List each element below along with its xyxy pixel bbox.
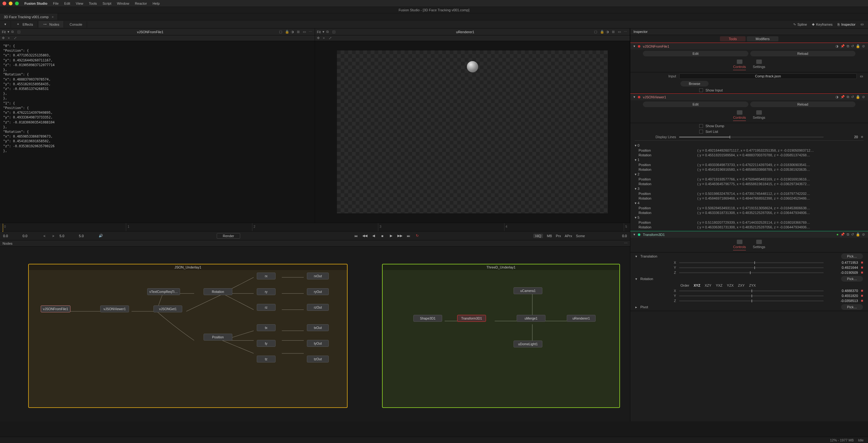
versions-icon[interactable]: ◑ xyxy=(835,44,839,48)
edit-button[interactable]: Edit xyxy=(643,101,748,107)
disable-icon[interactable]: ⊘ xyxy=(862,233,865,237)
pin-icon[interactable]: 📌 xyxy=(840,95,845,99)
sort-list-checkbox[interactable] xyxy=(699,130,703,134)
range-start[interactable]: 0.0 xyxy=(3,234,19,238)
json-tree[interactable]: ▾ 0 Position( y = 0.4921644926071117, x … xyxy=(630,142,868,231)
nodes-toggle[interactable]: ⊶Nodes xyxy=(39,21,64,28)
tree-index-row[interactable]: ▾ 0 xyxy=(630,143,868,148)
tool-name[interactable]: Transform3D1 xyxy=(643,233,834,237)
chevron-down-icon[interactable]: ▾ xyxy=(7,30,9,34)
spline-toggle[interactable]: ∿Spline xyxy=(793,22,807,26)
rz-slider[interactable] xyxy=(679,300,824,301)
loop-button[interactable]: ↻ xyxy=(415,234,420,238)
reload-button[interactable]: Reload xyxy=(750,101,856,107)
flow-view[interactable]: JSON_Underlay1 ThreeD_Underlay1 vJSONFro… xyxy=(0,246,630,421)
tree-position-row[interactable]: Position( y = 0.51180207729339, x = 0.47… xyxy=(630,220,868,225)
tree-index-row[interactable]: ▾ 3 xyxy=(630,186,868,191)
node-txout[interactable]: txOut xyxy=(307,324,329,331)
menu-file[interactable]: File xyxy=(53,2,59,5)
range-in[interactable]: 0.0 xyxy=(23,234,38,238)
disclosure-icon[interactable]: ▾ xyxy=(636,277,637,281)
render-button[interactable]: Render xyxy=(217,233,240,239)
node-rzout[interactable]: rzOut xyxy=(307,304,329,311)
disable-icon[interactable]: ⊘ xyxy=(862,95,865,99)
tree-rotation-row[interactable]: Rotation( y = 0.45846971869468, x = 0.48… xyxy=(630,196,868,201)
menu-script[interactable]: Script xyxy=(102,2,111,5)
pan-icon[interactable]: ✥ xyxy=(317,36,321,40)
tz-slider[interactable] xyxy=(679,272,824,273)
order-yxz[interactable]: YXZ xyxy=(716,284,722,287)
step-forward-button[interactable]: ▶▶ xyxy=(397,234,402,238)
tree-rotation-row[interactable]: Rotation( y = 0.46333618731308, x = 0.48… xyxy=(630,210,868,215)
effects-toggle[interactable]: ✦Effects xyxy=(12,21,38,28)
grid-icon[interactable]: ⊞ xyxy=(612,30,616,34)
snap-icon[interactable]: ⌖ xyxy=(8,36,12,40)
rx-slider[interactable] xyxy=(679,290,824,291)
keyframe-dot-icon[interactable] xyxy=(861,262,863,264)
node-ry[interactable]: ry xyxy=(257,288,276,295)
viewer-left-body[interactable]: "0": { "Position": { "x": 0.477195322513… xyxy=(0,41,315,223)
node-vjsonfromfile[interactable]: vJSONFromFile1 xyxy=(41,305,70,312)
disclosure-icon[interactable]: ▾ xyxy=(636,255,637,259)
chevron-down-icon[interactable]: ▾ xyxy=(322,30,324,34)
tree-rotation-row[interactable]: Rotation( y = 0.45483645796775, x = 0.48… xyxy=(630,181,868,186)
reset-icon[interactable]: ↺ xyxy=(851,233,854,237)
node-position[interactable]: Position xyxy=(204,334,232,341)
tree-position-row[interactable]: Position( y = 0.50628453493118, x = 0.47… xyxy=(630,206,868,210)
underlay-json[interactable]: JSON_Underlay1 xyxy=(28,264,348,408)
node-ryout[interactable]: ryOut xyxy=(307,288,329,295)
scale-icon[interactable]: ⤢ xyxy=(329,36,333,40)
hiq-toggle[interactable]: HiQ xyxy=(533,234,543,238)
a-b-icon[interactable]: ⧉ xyxy=(11,30,16,34)
disclosure-icon[interactable]: ▾ xyxy=(633,44,636,48)
lock-icon[interactable]: 🔒 xyxy=(856,44,860,48)
settings-tab[interactable]: Settings xyxy=(753,110,765,121)
node-tyout[interactable]: tyOut xyxy=(307,340,329,347)
viewer-right-body[interactable] xyxy=(315,41,630,223)
disable-icon[interactable]: ⊘ xyxy=(862,44,865,48)
menu-window[interactable]: Window xyxy=(117,2,129,5)
tree-index-row[interactable]: ▾ 5 xyxy=(630,215,868,220)
tx-slider[interactable] xyxy=(679,262,824,263)
show-dump-checkbox[interactable] xyxy=(699,124,703,128)
input-path-field[interactable]: Comp:/track.json xyxy=(679,73,857,79)
cached-icon[interactable]: ● xyxy=(836,233,839,237)
mb-toggle[interactable]: MB xyxy=(547,234,552,238)
some-toggle[interactable]: Some xyxy=(576,234,585,238)
menu-reactor[interactable]: Reactor xyxy=(135,2,147,5)
node-vjsonviewer[interactable]: vJSONViewer1 xyxy=(100,305,129,312)
ry-value[interactable]: 0.4551820 xyxy=(827,294,858,298)
more-icon[interactable]: ⋯ xyxy=(624,241,627,245)
tree-rotation-row[interactable]: Rotation( y = 0.46336381731308, x = 0.48… xyxy=(630,225,868,229)
node-tx[interactable]: tx xyxy=(257,324,276,331)
controls-tab[interactable]: Controls xyxy=(733,110,746,121)
reset-icon[interactable]: ↺ xyxy=(851,44,854,48)
ry-slider[interactable] xyxy=(679,295,824,296)
node-vjsonget[interactable]: vJSONGet1 xyxy=(153,305,182,312)
metadata-toggle[interactable]: ▭ xyxy=(861,22,864,26)
document-tab[interactable]: 3D Face Tracking v001.comp × xyxy=(0,13,58,20)
node-renderer[interactable]: uRenderer1 xyxy=(567,315,596,322)
color-icon[interactable]: ◑ xyxy=(606,30,610,34)
more-icon[interactable]: ⋯ xyxy=(624,30,628,34)
minimize-window-button[interactable] xyxy=(9,2,12,5)
disclosure-icon[interactable]: ▾ xyxy=(633,95,636,99)
console-toggle[interactable]: Console xyxy=(65,21,87,28)
controls-tab[interactable]: Controls xyxy=(733,60,746,70)
new-window-icon[interactable]: ⧉ xyxy=(847,95,849,99)
tree-index-row[interactable]: ▾ 4 xyxy=(630,201,868,206)
node-ty[interactable]: ty xyxy=(257,340,276,347)
range-out[interactable]: 5.0 xyxy=(60,234,75,238)
new-window-icon[interactable]: ⧉ xyxy=(847,233,849,237)
step-back-button[interactable]: ◀◀ xyxy=(362,234,367,238)
color-icon[interactable]: ◑ xyxy=(291,30,295,34)
menu-help[interactable]: Help xyxy=(153,2,160,5)
node-rx[interactable]: rx xyxy=(257,272,276,279)
pick-button[interactable]: Pick… xyxy=(841,304,863,310)
controls-tab[interactable]: Controls xyxy=(733,240,746,250)
order-yzx[interactable]: YZX xyxy=(727,284,733,287)
menu-edit[interactable]: Edit xyxy=(64,2,70,5)
node-domelight[interactable]: uDomeLight1 xyxy=(514,341,542,348)
fit-menu[interactable]: Fit xyxy=(317,30,321,34)
menu-tools[interactable]: Tools xyxy=(89,2,97,5)
